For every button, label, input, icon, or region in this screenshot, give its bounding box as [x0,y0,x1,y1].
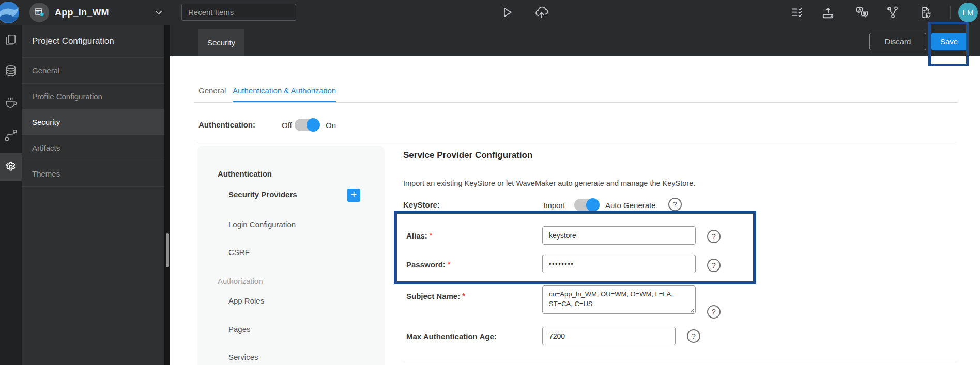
sidebar-item-artifacts[interactable]: Artifacts [22,135,164,161]
tab-authentication-authorization[interactable]: Authentication & Authorization [233,86,336,102]
tab-general[interactable]: General [198,86,226,101]
file-sync-icon[interactable] [919,6,932,19]
security-subnav-panel: Authentication Security Providers + Logi… [197,146,385,365]
left-icon-rail [0,25,22,365]
translate-language-icon[interactable] [855,6,869,19]
password-input[interactable] [542,255,696,273]
save-button[interactable]: Save [931,33,967,50]
export-drive-icon[interactable] [821,6,835,19]
subject-name-field: cn=App_In_WM, OU=WM, O=WM, L=LA, ST=CA, … [542,285,696,314]
subnav-section-authorization: Authorization [218,277,263,285]
database-icon[interactable] [4,64,18,77]
app-name: App_In_WM [55,7,109,18]
subnav-section-authentication: Authentication [218,169,272,178]
deploy-cloud-upload-icon[interactable] [534,5,549,20]
authentication-on-label: On [326,121,336,130]
section-bottom-divider [403,360,957,360]
wavemaker-logo-icon[interactable] [0,1,20,24]
keystore-toggle-knob [586,198,600,212]
subject-name-textarea[interactable]: cn=App_In_WM, OU=WM, O=WM, L=LA, ST=CA, … [542,285,696,314]
apis-flow-icon[interactable] [4,129,18,142]
user-avatar[interactable]: LM [958,3,978,22]
sidebar-item-themes[interactable]: Themes [22,161,164,187]
settings-gear-icon[interactable] [4,160,18,173]
checklist-icon[interactable] [790,6,804,19]
password-help-icon[interactable]: ? [707,259,721,272]
keystore-label: KeyStore: [403,200,440,209]
tabs-baseline [194,102,958,103]
sidebar-item-security[interactable]: Security [22,109,164,135]
sidebar-item-profile-configuration[interactable]: Profile Configuration [22,84,164,109]
wavemaker-studio-window: App_In_WM [0,0,980,365]
authentication-label: Authentication: [198,120,255,129]
project-config-sidebar: Project Configuration General Profile Co… [22,25,164,365]
subnav-item-app-roles[interactable]: App Roles [228,296,264,305]
subnav-item-csrf[interactable]: CSRF [228,248,250,257]
doc-tab-security[interactable]: Security [198,29,244,56]
subject-name-label-row: Subject Name:* [406,292,465,301]
alias-label: Alias: [406,231,427,240]
alias-help-icon[interactable]: ? [707,230,721,243]
subnav-item-login-configuration[interactable]: Login Configuration [228,220,296,229]
keystore-help-icon[interactable]: ? [668,198,682,211]
pages-icon[interactable] [4,34,18,47]
authentication-toggle[interactable] [295,119,319,131]
sidebar-title: Project Configuration [22,25,164,58]
keystore-import-label: Import [543,201,565,210]
password-label-row: Password:* [406,260,450,269]
top-bar: App_In_WM [0,0,980,25]
password-required-asterisk: * [448,260,450,268]
max-auth-age-help-icon[interactable]: ? [687,329,700,343]
subnav-item-services[interactable]: Services [228,353,258,361]
vertical-scroll-strip [164,25,170,365]
run-play-icon[interactable] [499,5,514,20]
alias-label-row: Alias:* [406,231,432,241]
discard-button[interactable]: Discard [869,33,926,50]
subnav-item-pages[interactable]: Pages [228,325,251,334]
java-services-coffee-icon[interactable] [4,97,18,110]
subject-name-help-icon[interactable]: ? [707,305,721,319]
alias-input[interactable] [542,226,696,245]
section-top-divider [196,141,958,141]
subject-name-required-asterisk: * [462,292,465,300]
subject-name-label: Subject Name: [406,292,460,300]
project-app-icon[interactable] [29,3,49,22]
keystore-toggle[interactable] [574,199,599,211]
keystore-auto-generate-label: Auto Generate [605,201,656,210]
authentication-toggle-knob [307,118,320,132]
app-selector-chevron-down-icon[interactable] [153,7,164,18]
sidebar-item-general[interactable]: General [22,58,164,84]
topbar-divider [950,6,951,19]
add-security-provider-button[interactable]: + [347,189,360,202]
authentication-off-label: Off [282,121,292,130]
recent-items-input[interactable] [181,4,296,21]
max-auth-age-input[interactable] [542,327,676,345]
max-auth-age-label: Max Authentication Age: [406,332,497,341]
service-provider-description: Import an existing KeyStore or let WaveM… [403,179,695,187]
password-label: Password: [406,260,446,269]
main-content: General Authentication & Authorization A… [170,56,980,365]
service-provider-title: Service Provider Configuration [403,150,532,161]
alias-required-asterisk: * [430,231,432,240]
max-auth-age-label-row: Max Authentication Age: [406,332,497,341]
scrollbar-thumb[interactable] [166,233,169,267]
document-header: Security Discard Save [170,25,980,56]
subnav-item-security-providers[interactable]: Security Providers [228,190,297,199]
branch-version-icon[interactable] [886,6,899,19]
